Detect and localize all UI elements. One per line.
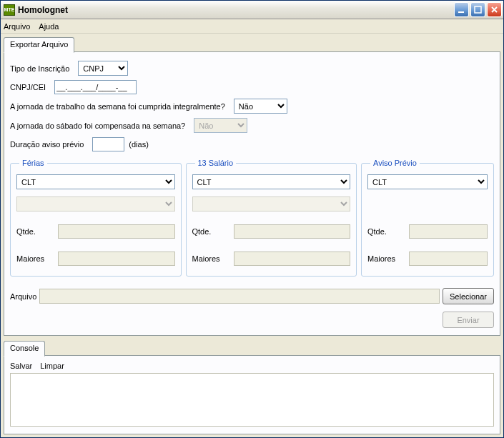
ferias-qtde-value [58, 224, 175, 239]
group-ferias-legend: Férias [19, 159, 47, 167]
decimo-qtde-row: Qtde. [192, 224, 351, 239]
row-jornada-sabado: A jornada do sábado foi compensada na se… [10, 118, 494, 133]
tab-console[interactable]: Console [4, 341, 45, 357]
console-salvar[interactable]: Salvar [10, 362, 32, 370]
aviso-qtde-row: Qtde. [367, 224, 488, 239]
console-actions: Salvar Limpar [10, 362, 494, 370]
console-panel: Salvar Limpar [4, 355, 500, 434]
row-cnpj-cei: CNPJ/CEI [10, 80, 494, 94]
jornada-sabado-label: A jornada do sábado foi compensada na se… [10, 121, 185, 130]
group-aviso-previo: Aviso Prévio CLT Qtde. Maiores [361, 159, 494, 277]
aviso-maiores-value [409, 252, 488, 266]
ferias-maiores-label: Maiores [16, 254, 52, 263]
arquivo-row: Arquivo Selecionar [10, 288, 494, 304]
row-jornada-semana: A jornada de trabalho da semana foi cump… [10, 99, 494, 114]
ferias-sub-select [16, 196, 175, 211]
decimo-maiores-value [234, 252, 351, 266]
tab-exportar-arquivo[interactable]: Exportar Arquivo [4, 37, 74, 53]
app-window: MTE Homolognet Arquivo Ajuda Exportar Ar… [0, 0, 504, 438]
group-aviso-legend: Aviso Prévio [370, 159, 420, 167]
tipo-inscricao-select[interactable]: CNPJ [78, 61, 128, 76]
decimo-regime-select[interactable]: CLT [192, 174, 351, 189]
client-area: Exportar Arquivo Tipo de Inscrição CNPJ … [1, 34, 503, 437]
title-bar: MTE Homolognet [1, 1, 503, 19]
window-controls [454, 2, 502, 17]
minimize-button[interactable] [454, 2, 469, 17]
selecionar-button[interactable]: Selecionar [443, 288, 494, 304]
jornada-sabado-select: Não [194, 118, 247, 133]
ferias-qtde-label: Qtde. [16, 227, 52, 236]
maximize-button[interactable] [470, 2, 485, 17]
console-tab-strip: Console [4, 340, 500, 356]
enviar-button: Enviar [443, 312, 494, 328]
decimo-qtde-value [234, 224, 351, 239]
ferias-maiores-value [58, 252, 175, 266]
svg-rect-1 [475, 6, 481, 13]
decimo-qtde-label: Qtde. [192, 227, 228, 236]
menu-bar: Arquivo Ajuda [1, 19, 503, 34]
group-decimo-legend: 13 Salário [195, 159, 237, 167]
group-decimo-terceiro: 13 Salário CLT Qtde. Maiores [186, 159, 357, 277]
cnpj-cei-input[interactable] [54, 80, 137, 94]
decimo-sub-select [192, 196, 351, 211]
group-row: Férias CLT Qtde. Maiores [10, 159, 494, 277]
duracao-aviso-input[interactable] [92, 137, 124, 151]
ferias-maiores-row: Maiores [16, 252, 175, 266]
arquivo-label: Arquivo [10, 292, 36, 301]
decimo-maiores-label: Maiores [192, 254, 228, 263]
cnpj-cei-label: CNPJ/CEI [10, 83, 46, 91]
menu-arquivo[interactable]: Arquivo [4, 22, 30, 31]
tipo-inscricao-label: Tipo de Inscrição [10, 64, 69, 73]
aviso-qtde-value [409, 224, 488, 239]
aviso-qtde-label: Qtde. [367, 227, 403, 236]
main-tab-strip: Exportar Arquivo [4, 36, 500, 52]
row-tipo-inscricao: Tipo de Inscrição CNPJ [10, 61, 494, 76]
menu-ajuda[interactable]: Ajuda [39, 22, 59, 31]
ferias-qtde-row: Qtde. [16, 224, 175, 239]
aviso-regime-select[interactable]: CLT [367, 174, 488, 189]
app-icon: MTE [4, 4, 15, 16]
close-button[interactable] [487, 2, 502, 17]
jornada-semana-label: A jornada de trabalho da semana foi cump… [10, 102, 225, 111]
duracao-aviso-suffix: (dias) [129, 140, 149, 149]
jornada-semana-select[interactable]: Não [234, 99, 287, 114]
arquivo-path [39, 289, 440, 304]
svg-rect-0 [458, 11, 464, 13]
action-row: Enviar [10, 312, 494, 328]
duracao-aviso-label: Duração aviso prévio [10, 140, 84, 149]
decimo-maiores-row: Maiores [192, 252, 351, 266]
console-limpar[interactable]: Limpar [40, 362, 64, 370]
console-output[interactable] [10, 373, 494, 427]
window-title: Homolognet [18, 5, 68, 15]
console-container: Console Salvar Limpar [4, 340, 500, 434]
aviso-maiores-row: Maiores [367, 252, 488, 266]
ferias-regime-select[interactable]: CLT [16, 174, 175, 189]
aviso-maiores-label: Maiores [367, 254, 403, 263]
exportar-panel: Tipo de Inscrição CNPJ CNPJ/CEI A jornad… [4, 51, 500, 336]
row-duracao-aviso: Duração aviso prévio (dias) [10, 137, 494, 151]
group-ferias: Férias CLT Qtde. Maiores [10, 159, 182, 277]
